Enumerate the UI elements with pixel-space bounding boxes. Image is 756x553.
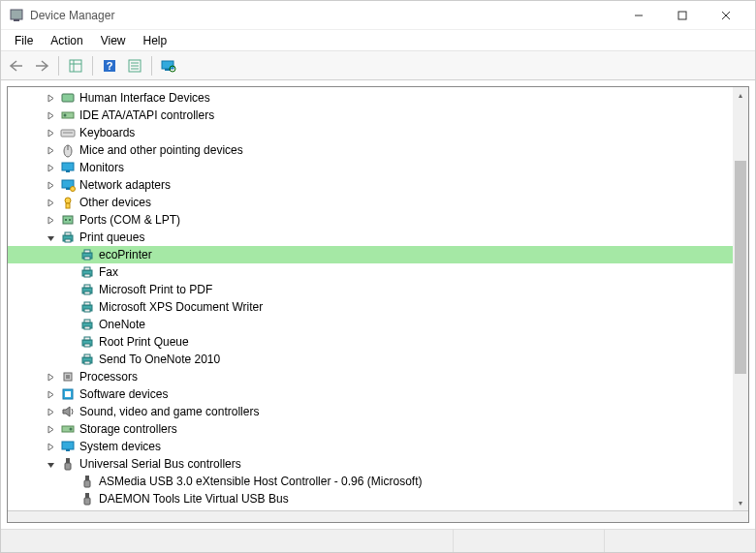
tree-node-label: Root Print Queue xyxy=(99,335,189,349)
toolbar-separator xyxy=(151,56,152,76)
vertical-scrollbar[interactable]: ▴ ▾ xyxy=(733,87,748,510)
expand-icon[interactable] xyxy=(45,371,56,383)
expand-icon[interactable] xyxy=(45,423,56,435)
app-icon xyxy=(9,8,24,23)
software-icon xyxy=(60,386,76,402)
printer-icon xyxy=(79,317,95,332)
tree-node[interactable]: Root Print Queue xyxy=(8,333,733,351)
device-tree[interactable]: Human Interface DevicesIDE ATA/ATAPI con… xyxy=(8,87,733,510)
tree-node-label: Software devices xyxy=(79,387,168,401)
svg-rect-18 xyxy=(62,94,74,102)
expand-icon[interactable] xyxy=(45,388,56,400)
tree-node[interactable]: Send To OneNote 2010 xyxy=(8,351,733,368)
expand-icon[interactable] xyxy=(45,441,56,452)
collapse-icon[interactable] xyxy=(45,231,56,243)
tree-node-label: Human Interface Devices xyxy=(79,91,210,105)
tree-node[interactable]: DAEMON Tools Lite Virtual USB Bus xyxy=(8,490,733,507)
tree-node[interactable]: Network adapters xyxy=(8,176,733,194)
tree-node[interactable]: Ports (COM & LPT) xyxy=(8,211,733,229)
tree-node[interactable]: Human Interface Devices xyxy=(8,89,733,107)
menu-file[interactable]: File xyxy=(7,32,41,49)
tree-node[interactable]: Microsoft Print to PDF xyxy=(8,281,733,298)
tree-node[interactable]: Other devices xyxy=(8,194,733,211)
tree-node-label: ecoPrinter xyxy=(99,248,152,261)
tree-node-label: Ports (COM & LPT) xyxy=(79,213,180,227)
tree-node-label: Other devices xyxy=(79,196,151,209)
other-icon xyxy=(60,195,76,210)
tree-node-label: System devices xyxy=(79,440,161,453)
tree-node-label: DAEMON Tools Lite Virtual USB Bus xyxy=(99,492,289,506)
menu-help[interactable]: Help xyxy=(136,32,175,49)
printer-icon xyxy=(79,282,95,297)
show-hide-tree-button[interactable] xyxy=(64,54,87,77)
properties-button[interactable] xyxy=(123,54,146,77)
tree-node[interactable]: Software devices xyxy=(8,385,733,403)
tree-node[interactable]: Keyboards xyxy=(8,124,733,141)
svg-rect-69 xyxy=(85,476,89,480)
tree-node-label: IDE ATA/ATAPI controllers xyxy=(79,108,214,122)
tree-node-label: ASMedia USB 3.0 eXtensible Host Controll… xyxy=(99,475,422,488)
tree-node[interactable]: Storage controllers xyxy=(8,420,733,438)
expand-icon[interactable] xyxy=(45,179,56,191)
svg-rect-48 xyxy=(84,302,90,305)
tree-node-label: Send To OneNote 2010 xyxy=(99,353,220,366)
scroll-up-button[interactable]: ▴ xyxy=(733,87,748,103)
expand-icon[interactable] xyxy=(45,197,56,208)
svg-rect-58 xyxy=(84,361,90,364)
svg-rect-1 xyxy=(14,19,19,21)
tree-node[interactable]: ASMedia USB 3.0 eXtensible Host Controll… xyxy=(8,473,733,490)
help-button[interactable]: ? xyxy=(98,54,121,77)
scroll-down-button[interactable]: ▾ xyxy=(733,495,748,510)
svg-rect-66 xyxy=(66,449,70,451)
tree-node[interactable]: IDE ATA/ATAPI controllers xyxy=(8,107,733,124)
expand-icon[interactable] xyxy=(45,406,56,417)
svg-rect-39 xyxy=(84,250,90,253)
expand-icon[interactable] xyxy=(45,109,56,121)
svg-rect-3 xyxy=(678,12,686,19)
tree-node-label: Print queues xyxy=(79,230,144,244)
scroll-thumb[interactable] xyxy=(735,161,746,374)
tree-node-label: Keyboards xyxy=(79,126,135,139)
expand-icon[interactable] xyxy=(45,127,56,138)
status-bar xyxy=(1,529,755,552)
forward-button[interactable] xyxy=(30,54,53,77)
svg-rect-54 xyxy=(84,337,90,340)
usb-icon xyxy=(60,456,76,472)
minimize-button[interactable] xyxy=(616,2,660,29)
svg-rect-60 xyxy=(66,375,70,379)
tree-node[interactable]: Fax xyxy=(8,263,733,281)
tree-node[interactable]: Universal Serial Bus controllers xyxy=(8,455,733,473)
maximize-button[interactable] xyxy=(660,2,704,29)
tree-node[interactable]: OneNote xyxy=(8,316,733,333)
tree-node[interactable]: System devices xyxy=(8,438,733,455)
tree-node[interactable]: Microsoft XPS Document Writer xyxy=(8,298,733,316)
collapse-icon[interactable] xyxy=(45,458,56,470)
tree-node-label: Sound, video and game controllers xyxy=(79,405,259,418)
expand-icon[interactable] xyxy=(45,214,56,226)
svg-rect-25 xyxy=(62,163,74,170)
expand-icon[interactable] xyxy=(45,162,56,173)
storage-icon xyxy=(60,421,76,437)
tree-node[interactable]: Sound, video and game controllers xyxy=(8,403,733,420)
close-button[interactable] xyxy=(704,2,747,29)
content-pane: Human Interface DevicesIDE ATA/ATAPI con… xyxy=(7,86,749,523)
svg-rect-36 xyxy=(65,232,71,235)
svg-rect-72 xyxy=(84,498,90,505)
tree-node[interactable]: Mice and other pointing devices xyxy=(8,141,733,159)
port-icon xyxy=(60,212,76,228)
menu-action[interactable]: Action xyxy=(43,32,90,49)
tree-node[interactable]: Print queues xyxy=(8,229,733,246)
expand-icon[interactable] xyxy=(45,144,56,156)
tree-node[interactable]: Monitors xyxy=(8,159,733,176)
scan-hardware-button[interactable] xyxy=(157,54,180,77)
back-button[interactable] xyxy=(5,54,28,77)
tree-node[interactable]: Processors xyxy=(8,368,733,385)
usb-icon xyxy=(79,491,95,507)
menu-view[interactable]: View xyxy=(93,32,134,49)
svg-point-30 xyxy=(65,198,71,203)
svg-rect-37 xyxy=(65,239,71,242)
tree-node[interactable]: ecoPrinter xyxy=(8,246,733,263)
expand-icon[interactable] xyxy=(45,92,56,104)
svg-rect-55 xyxy=(84,344,90,347)
cpu-icon xyxy=(60,369,76,384)
